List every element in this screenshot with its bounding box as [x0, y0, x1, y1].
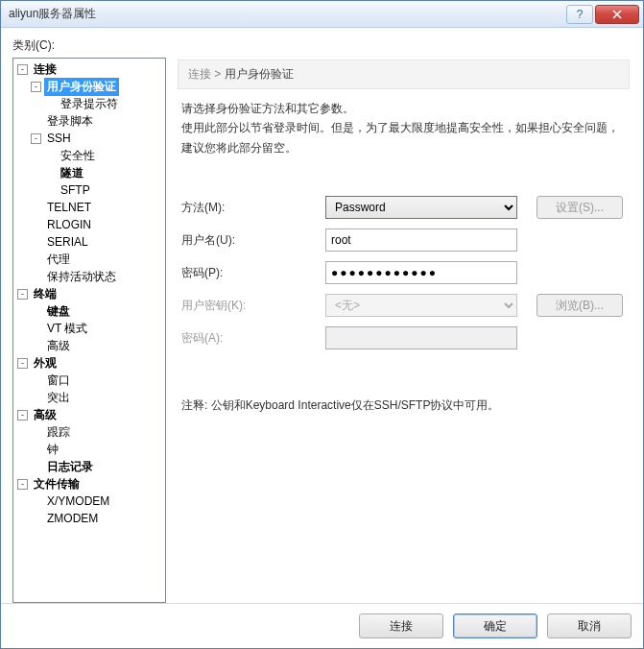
tree-node-filetransfer[interactable]: -文件传输 [15, 475, 165, 493]
titlebar-buttons: ? [566, 5, 643, 24]
tree-node-zmodem[interactable]: ZMODEM [15, 510, 165, 527]
tree-node-highlight[interactable]: 突出 [15, 389, 165, 406]
setup-button[interactable]: 设置(S)... [537, 196, 623, 219]
right-panel: 连接 > 用户身份验证 请选择身份验证方法和其它参数。 使用此部分以节省登录时间… [174, 58, 632, 603]
tree-node-rlogin[interactable]: RLOGIN [15, 216, 165, 233]
collapse-icon[interactable]: - [17, 479, 28, 490]
tree-node-login-prompt[interactable]: 登录提示符 [15, 95, 165, 112]
breadcrumb-sep: > [211, 67, 225, 81]
tree-node-logging[interactable]: 日志记录 [15, 458, 165, 475]
ok-button[interactable]: 确定 [453, 613, 537, 638]
tree-node-connection[interactable]: -连接 [15, 60, 165, 78]
tree-node-bell[interactable]: 钟 [15, 441, 165, 458]
method-select[interactable]: Password [325, 196, 517, 219]
category-tree[interactable]: -连接 -用户身份验证 登录提示符 登录脚本 -SSH 安全性 隧道 SFTP … [12, 58, 166, 603]
tree-node-xymodem[interactable]: X/YMODEM [15, 493, 165, 510]
userkey-select: <无> [325, 294, 517, 317]
row-username: 用户名(U): [178, 228, 630, 252]
tree-node-trace[interactable]: 跟踪 [15, 423, 165, 441]
tree-node-appearance[interactable]: -外观 [15, 354, 165, 372]
collapse-icon[interactable]: - [17, 410, 28, 421]
breadcrumb: 连接 > 用户身份验证 [178, 60, 630, 89]
help-button[interactable]: ? [566, 5, 593, 24]
row-passphrase: 密码(A): [178, 326, 630, 349]
username-label: 用户名(U): [181, 232, 325, 249]
collapse-icon[interactable]: - [31, 133, 41, 144]
tree-node-serial[interactable]: SERIAL [15, 233, 165, 251]
passphrase-label: 密码(A): [181, 330, 325, 347]
row-password: 密码(P): [178, 261, 630, 284]
tree-node-keyboard[interactable]: 键盘 [15, 302, 165, 320]
tree-node-sftp[interactable]: SFTP [15, 181, 165, 199]
tree-node-vt[interactable]: VT 模式 [15, 320, 165, 337]
desc-line2: 使用此部分以节省登录时间。但是，为了最大限度地提高安全性，如果担心安全问题，建议… [181, 118, 626, 157]
tree-node-tunnel[interactable]: 隧道 [15, 164, 165, 181]
window-title: aliyun服务器属性 [1, 6, 96, 22]
description: 请选择身份验证方法和其它参数。 使用此部分以节省登录时间。但是，为了最大限度地提… [178, 99, 630, 157]
passphrase-input [325, 326, 517, 349]
password-label: 密码(P): [181, 265, 325, 281]
content: 类别(C): -连接 -用户身份验证 登录提示符 登录脚本 -SSH 安全性 隧… [1, 28, 643, 603]
titlebar[interactable]: aliyun服务器属性 ? [1, 1, 643, 28]
breadcrumb-current: 用户身份验证 [225, 67, 294, 81]
collapse-icon[interactable]: - [17, 289, 28, 300]
username-input[interactable] [325, 228, 517, 252]
category-label: 类别(C): [12, 37, 632, 54]
tree-node-adv-term[interactable]: 高级 [15, 337, 165, 354]
tree-node-keepalive[interactable]: 保持活动状态 [15, 268, 165, 285]
row-method: 方法(M): Password 设置(S)... [178, 196, 630, 219]
tree-node-proxy[interactable]: 代理 [15, 251, 165, 268]
method-label: 方法(M): [181, 200, 325, 216]
footer: 连接 确定 取消 [1, 603, 643, 648]
browse-button[interactable]: 浏览(B)... [537, 294, 623, 317]
collapse-icon[interactable]: - [17, 64, 28, 75]
desc-line1: 请选择身份验证方法和其它参数。 [181, 99, 626, 118]
tree-node-advanced[interactable]: -高级 [15, 406, 165, 423]
close-icon [612, 10, 622, 19]
tree-node-login-script[interactable]: 登录脚本 [15, 112, 165, 130]
tree-node-window[interactable]: 窗口 [15, 372, 165, 389]
tree-node-terminal[interactable]: -终端 [15, 285, 165, 302]
collapse-icon[interactable]: - [17, 358, 28, 369]
note: 注释: 公钥和Keyboard Interactive仅在SSH/SFTP协议中… [178, 397, 630, 414]
connect-button[interactable]: 连接 [359, 613, 443, 638]
method-select-wrap: Password [325, 196, 517, 219]
main-area: -连接 -用户身份验证 登录提示符 登录脚本 -SSH 安全性 隧道 SFTP … [12, 58, 632, 603]
userkey-label: 用户密钥(K): [181, 298, 325, 314]
tree-node-auth[interactable]: -用户身份验证 [15, 78, 165, 95]
tree-node-telnet[interactable]: TELNET [15, 199, 165, 216]
password-input[interactable] [325, 261, 517, 284]
dialog-window: aliyun服务器属性 ? 类别(C): -连接 -用户身份验证 登录提示符 登… [0, 0, 644, 649]
tree-node-security[interactable]: 安全性 [15, 147, 165, 164]
row-userkey: 用户密钥(K): <无> 浏览(B)... [178, 294, 630, 317]
help-icon: ? [577, 8, 584, 21]
tree-node-ssh[interactable]: -SSH [15, 130, 165, 147]
close-button[interactable] [595, 5, 639, 24]
collapse-icon[interactable]: - [31, 82, 41, 92]
breadcrumb-root: 连接 [188, 67, 211, 81]
cancel-button[interactable]: 取消 [547, 613, 632, 638]
